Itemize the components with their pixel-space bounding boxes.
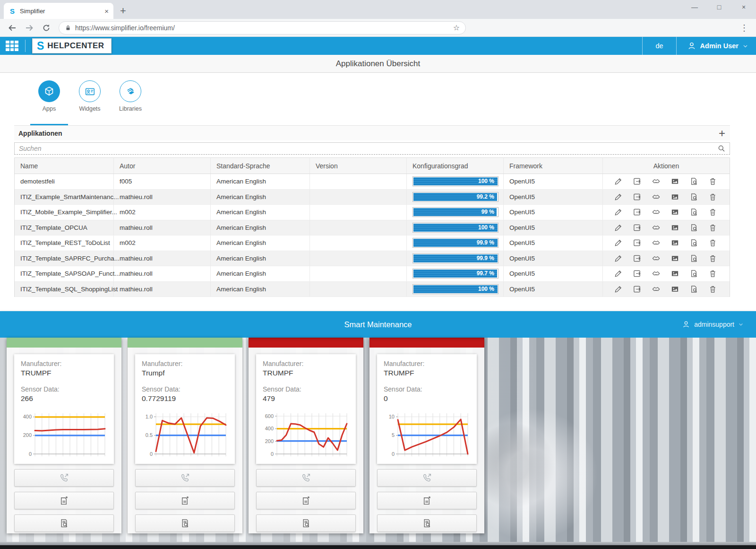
tab-widgets[interactable]: Widgets bbox=[71, 80, 109, 125]
delete-icon[interactable] bbox=[708, 177, 717, 186]
file-preview-icon[interactable] bbox=[689, 208, 698, 217]
file-preview-icon[interactable] bbox=[689, 254, 698, 263]
image-icon[interactable] bbox=[670, 223, 679, 232]
language-selector[interactable]: de bbox=[642, 37, 676, 55]
delete-icon[interactable] bbox=[708, 208, 717, 217]
edit-icon[interactable] bbox=[614, 285, 623, 294]
table-row[interactable]: ITIZ_Template_REST_ToDoList m002 America… bbox=[15, 235, 730, 251]
call-support-button[interactable] bbox=[135, 469, 235, 487]
bookmark-star-icon[interactable]: ☆ bbox=[453, 23, 460, 32]
delete-icon[interactable] bbox=[708, 238, 717, 247]
file-preview-icon[interactable] bbox=[689, 238, 698, 247]
table-row[interactable]: demotestfeli f005 American English 100 %… bbox=[15, 174, 730, 190]
edit-icon[interactable] bbox=[614, 223, 623, 232]
call-support-button[interactable] bbox=[256, 469, 356, 487]
edit-icon[interactable] bbox=[614, 254, 623, 263]
search-icon[interactable] bbox=[718, 145, 725, 152]
image-icon[interactable] bbox=[670, 208, 679, 217]
app-launcher-grid-icon[interactable] bbox=[6, 41, 18, 51]
export-icon[interactable] bbox=[633, 208, 642, 217]
delete-icon[interactable] bbox=[708, 223, 717, 232]
edit-icon[interactable] bbox=[614, 177, 623, 186]
window-close-button[interactable]: × bbox=[731, 0, 756, 15]
new-tab-button[interactable]: + bbox=[120, 5, 126, 17]
edit-icon[interactable] bbox=[614, 238, 623, 247]
view-report-button[interactable] bbox=[377, 514, 477, 532]
image-icon[interactable] bbox=[670, 254, 679, 263]
table-row[interactable]: ITIZ_Mobile_Example_Simplifier... m002 A… bbox=[15, 205, 730, 220]
handshake-icon[interactable] bbox=[652, 223, 661, 232]
manufacturer-value: TRUMPF bbox=[21, 369, 107, 377]
handshake-icon[interactable] bbox=[652, 269, 661, 278]
image-icon[interactable] bbox=[670, 285, 679, 294]
table-row[interactable]: ITIZ_Template_SAPSOAP_Funct... mathieu.r… bbox=[15, 266, 730, 282]
file-preview-icon[interactable] bbox=[689, 192, 698, 201]
browser-tab[interactable]: S Simplifier × bbox=[4, 3, 113, 19]
export-icon[interactable] bbox=[633, 192, 642, 201]
handshake-icon[interactable] bbox=[652, 238, 661, 247]
browser-menu-icon[interactable]: ⋮ bbox=[740, 23, 748, 33]
image-icon[interactable] bbox=[670, 177, 679, 186]
edit-icon[interactable] bbox=[614, 192, 623, 201]
create-report-button[interactable] bbox=[256, 492, 356, 509]
handshake-icon[interactable] bbox=[652, 254, 661, 263]
export-icon[interactable] bbox=[633, 285, 642, 294]
cell-version bbox=[310, 251, 407, 266]
export-icon[interactable] bbox=[633, 238, 642, 247]
create-report-button[interactable] bbox=[14, 492, 114, 509]
tab-close-icon[interactable]: × bbox=[104, 7, 109, 15]
back-icon[interactable] bbox=[8, 23, 17, 33]
reload-icon[interactable] bbox=[42, 23, 51, 33]
handshake-icon[interactable] bbox=[652, 192, 661, 201]
create-report-button[interactable] bbox=[135, 492, 235, 509]
delete-icon[interactable] bbox=[708, 269, 717, 278]
document-search-icon bbox=[301, 518, 311, 528]
image-icon[interactable] bbox=[670, 269, 679, 278]
sensor-chart: 0200400600 bbox=[263, 409, 349, 462]
view-report-button[interactable] bbox=[14, 514, 114, 532]
export-icon[interactable] bbox=[633, 254, 642, 263]
address-bar[interactable]: https://www.simplifier.io/freemium/ ☆ bbox=[59, 21, 466, 35]
table-row[interactable]: ITIZ_Template_SQL_ShoppingList mathieu.r… bbox=[15, 282, 730, 297]
manufacturer-value: TRUMPF bbox=[263, 369, 349, 377]
file-preview-icon[interactable] bbox=[689, 177, 698, 186]
table-row[interactable]: ITIZ_Template_SAPRFC_Purcha... mathieu.r… bbox=[15, 251, 730, 267]
dashboard-user-menu[interactable]: adminsupport bbox=[682, 320, 744, 329]
handshake-icon[interactable] bbox=[652, 177, 661, 186]
call-support-button[interactable] bbox=[377, 469, 477, 487]
bottom-bar bbox=[0, 545, 756, 549]
handshake-icon[interactable] bbox=[652, 208, 661, 217]
file-preview-icon[interactable] bbox=[689, 269, 698, 278]
export-icon[interactable] bbox=[633, 223, 642, 232]
handshake-icon[interactable] bbox=[652, 285, 661, 294]
delete-icon[interactable] bbox=[708, 254, 717, 263]
forward-icon[interactable] bbox=[25, 23, 34, 33]
search-input[interactable]: Suchen bbox=[14, 142, 730, 155]
image-icon[interactable] bbox=[670, 192, 679, 201]
view-report-button[interactable] bbox=[256, 514, 356, 532]
helpcenter-logo[interactable]: S HELPCENTER bbox=[32, 38, 112, 53]
edit-icon[interactable] bbox=[614, 269, 623, 278]
delete-icon[interactable] bbox=[708, 192, 717, 201]
window-minimize-button[interactable]: — bbox=[682, 0, 707, 15]
window-maximize-button[interactable]: □ bbox=[707, 0, 731, 15]
table-row[interactable]: ITIZ_Template_OPCUA mathieu.roll America… bbox=[15, 220, 730, 236]
export-icon[interactable] bbox=[633, 269, 642, 278]
user-menu[interactable]: Admin User bbox=[687, 41, 748, 51]
tab-apps[interactable]: Apps bbox=[30, 80, 68, 125]
delete-icon[interactable] bbox=[708, 285, 717, 294]
view-report-button[interactable] bbox=[135, 514, 235, 532]
add-application-button[interactable]: + bbox=[719, 128, 725, 139]
export-icon[interactable] bbox=[633, 177, 642, 186]
cell-konfigurationsgrad: 100 % bbox=[407, 282, 504, 297]
tab-libraries[interactable]: Libraries bbox=[112, 80, 149, 125]
cell-aktionen bbox=[603, 190, 730, 205]
create-report-button[interactable] bbox=[377, 492, 477, 509]
edit-icon[interactable] bbox=[614, 208, 623, 217]
file-preview-icon[interactable] bbox=[689, 285, 698, 294]
image-icon[interactable] bbox=[670, 238, 679, 247]
layers-icon bbox=[125, 86, 137, 97]
table-row[interactable]: ITIZ_Example_SmartMaintenanc... mathieu.… bbox=[15, 190, 730, 205]
file-preview-icon[interactable] bbox=[689, 223, 698, 232]
call-support-button[interactable] bbox=[14, 469, 114, 487]
